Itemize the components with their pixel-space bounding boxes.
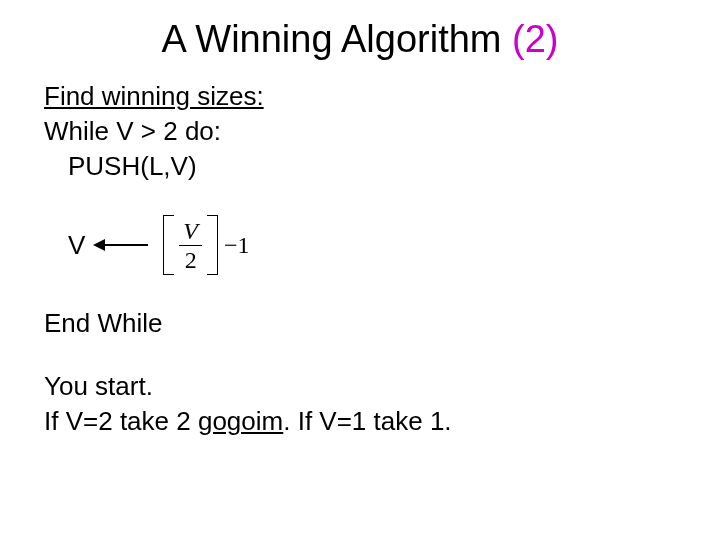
spacer	[44, 341, 680, 369]
if-line: If V=2 take 2 gogoim. If V=1 take 1.	[44, 404, 680, 439]
fraction-denominator: 2	[181, 246, 201, 272]
gogoim-word: gogoim	[198, 406, 283, 436]
assignment-row: V V 2 −1	[44, 210, 680, 280]
title-text-suffix: (2)	[512, 18, 558, 60]
minus-one: −1	[224, 232, 250, 259]
ceil-right-bracket-icon	[206, 215, 218, 275]
push-statement: PUSH(L,V)	[44, 149, 680, 184]
title-text-main: A Winning Algorithm	[161, 18, 512, 60]
if-part-a: If V=2 take 2	[44, 406, 198, 436]
slide: A Winning Algorithm (2) Find winning siz…	[0, 0, 720, 540]
left-arrow-icon	[93, 237, 149, 253]
fraction-numerator: V	[179, 219, 202, 245]
if-part-b: . If V=1 take 1.	[283, 406, 451, 436]
slide-body: Find winning sizes: While V > 2 do: PUSH…	[44, 79, 680, 440]
svg-marker-1	[93, 239, 105, 251]
section-heading: Find winning sizes:	[44, 79, 680, 114]
while-statement: While V > 2 do:	[44, 114, 680, 149]
end-while: End While	[44, 306, 680, 341]
ceil-left-bracket-icon	[163, 215, 175, 275]
slide-title: A Winning Algorithm (2)	[40, 18, 680, 61]
ceiling-formula: V 2 −1	[163, 215, 249, 275]
assign-variable: V	[68, 230, 85, 261]
fraction: V 2	[179, 219, 202, 272]
you-start-line: You start.	[44, 369, 680, 404]
